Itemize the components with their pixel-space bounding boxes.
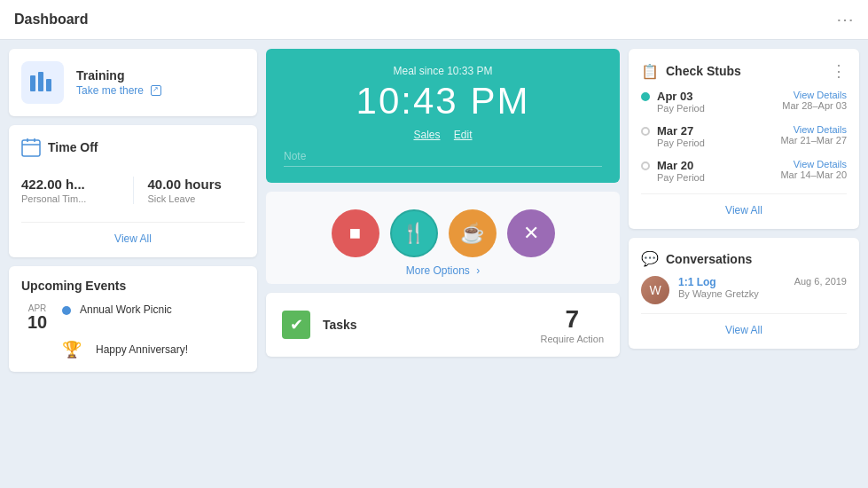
dashboard-body: Training Take me there Time Off	[0, 40, 868, 488]
stub-period-mar27: Pay Period	[657, 138, 780, 148]
tasks-card: ✔ Tasks 7 Require Action	[266, 293, 620, 357]
sales-link[interactable]: Sales	[413, 129, 440, 141]
break-button[interactable]: ☕	[449, 209, 497, 257]
event-dot	[62, 306, 71, 315]
page-header: Dashboard ⋯	[0, 0, 868, 40]
checkstubs-header: 📋 Check Stubs ⋮	[641, 61, 847, 81]
stop-button[interactable]: ■	[332, 209, 379, 257]
stub-right-apr03: View Details Mar 28–Apr 03	[782, 90, 847, 111]
stub-view-details-link-mar27[interactable]: View Details	[780, 124, 847, 135]
events-title: Upcoming Events	[21, 279, 245, 293]
stub-info-apr03: Apr 03 Pay Period	[657, 90, 782, 114]
timeoff-stats: 422.00 h... Personal Tim... 40.00 hours …	[21, 168, 245, 213]
stub-date-mar27: Mar 27	[657, 124, 780, 138]
conversations-header: 💬 Conversations	[641, 250, 847, 267]
stub-item-apr03: Apr 03 Pay Period View Details Mar 28–Ap…	[641, 90, 847, 114]
event-name-anniversary: Happy Anniversary!	[96, 343, 188, 356]
svg-rect-1	[38, 72, 43, 91]
clock-time: 10:43 PM	[284, 81, 602, 122]
event-item-picnic: APR 10 Annual Work Picnic	[21, 303, 245, 331]
stub-date-mar20: Mar 20	[657, 159, 780, 172]
upcoming-events-card: Upcoming Events APR 10 Annual Work Picni…	[9, 266, 257, 372]
event-day: 10	[21, 313, 53, 331]
event-name-picnic: Annual Work Picnic	[80, 303, 172, 316]
checkstubs-menu[interactable]: ⋮	[831, 61, 847, 81]
clock-links: Sales Edit	[284, 129, 602, 141]
stat-divider	[133, 177, 134, 204]
conversation-date: Aug 6, 2019	[785, 276, 847, 287]
timeclock-card: Meal since 10:33 PM 10:43 PM Sales Edit …	[266, 49, 620, 183]
stub-item-mar27: Mar 27 Pay Period View Details Mar 21–Ma…	[641, 124, 847, 148]
stub-right-mar20: View Details Mar 14–Mar 20	[780, 159, 847, 183]
stub-dot-active	[641, 92, 650, 101]
stub-dot-empty-mar20	[641, 161, 650, 170]
header-menu-button[interactable]: ⋯	[836, 9, 854, 30]
clock-note-input[interactable]: Note	[284, 150, 602, 167]
checkstubs-view-all[interactable]: View All	[641, 193, 847, 216]
stub-dates-mar20: Mar 14–Mar 20	[780, 169, 847, 180]
conversation-title[interactable]: 1:1 Log	[678, 276, 776, 288]
stat-personal-value: 422.00 h...	[21, 177, 119, 192]
more-options-link[interactable]: More Options ›	[273, 264, 613, 277]
external-link-icon	[151, 85, 161, 96]
stub-view-details-link[interactable]: View Details	[782, 90, 847, 100]
stub-period: Pay Period	[657, 103, 782, 114]
cancel-button[interactable]: ✕	[507, 209, 555, 257]
conversation-by: By Wayne Gretzky	[678, 288, 776, 299]
training-icon	[21, 61, 64, 104]
stat-personal-label: Personal Tim...	[21, 193, 119, 204]
stat-sick-value: 40.00 hours	[148, 177, 246, 192]
checkstubs-icon: 📋	[641, 63, 659, 80]
conversation-info: 1:1 Log By Wayne Gretzky	[678, 276, 776, 299]
event-item-anniversary: 🏆 Happy Anniversary!	[21, 340, 245, 359]
conversations-card: 💬 Conversations W 1:1 Log By Wayne Gretz…	[629, 238, 859, 349]
edit-link[interactable]: Edit	[454, 129, 473, 141]
middle-column: Meal since 10:33 PM 10:43 PM Sales Edit …	[266, 49, 620, 485]
meal-label: Meal since 10:33 PM	[284, 65, 602, 77]
training-link[interactable]: Take me there	[76, 84, 161, 97]
stub-right-mar27: View Details Mar 21–Mar 27	[780, 124, 847, 148]
stub-item-mar20: Mar 20 Pay Period View Details Mar 14–Ma…	[641, 159, 847, 183]
stub-date: Apr 03	[657, 90, 782, 103]
right-column: 📋 Check Stubs ⋮ Apr 03 Pay Period View D…	[629, 49, 859, 485]
task-check-icon: ✔	[282, 311, 310, 339]
event-date-block: APR 10	[21, 303, 53, 331]
training-title: Training	[76, 68, 161, 83]
page-title: Dashboard	[14, 12, 89, 28]
stub-dot-empty	[641, 127, 650, 136]
stat-sick-label: Sick Leave	[148, 193, 246, 204]
stat-sick-leave: 40.00 hours Sick Leave	[148, 177, 246, 204]
trophy-icon: 🏆	[62, 340, 82, 359]
svg-rect-2	[46, 79, 51, 91]
conversations-title: 💬 Conversations	[641, 250, 752, 267]
conversation-avatar: W	[641, 276, 669, 304]
tasks-count: 7	[540, 305, 604, 334]
timeoff-header: Time Off	[21, 138, 245, 157]
stub-info-mar20: Mar 20 Pay Period	[657, 159, 780, 183]
stub-dates-mar27: Mar 21–Mar 27	[780, 135, 847, 146]
timeoff-card: Time Off 422.00 h... Personal Tim... 40.…	[9, 125, 257, 257]
tasks-count-area: 7 Require Action	[540, 305, 604, 344]
tasks-label: Tasks	[323, 318, 357, 332]
svg-rect-0	[30, 75, 35, 91]
svg-rect-3	[22, 140, 40, 156]
checkstubs-card: 📋 Check Stubs ⋮ Apr 03 Pay Period View D…	[629, 49, 859, 229]
meal-button[interactable]: 🍴	[390, 209, 438, 257]
training-card: Training Take me there	[9, 49, 257, 116]
stat-personal-time: 422.00 h... Personal Tim...	[21, 177, 119, 204]
conversations-view-all[interactable]: View All	[641, 313, 847, 336]
stub-period-mar20: Pay Period	[657, 172, 780, 183]
timeoff-view-all[interactable]: View All	[21, 222, 245, 245]
stub-dates: Mar 28–Apr 03	[782, 100, 847, 111]
training-text: Training Take me there	[76, 68, 161, 97]
stub-info-mar27: Mar 27 Pay Period	[657, 124, 780, 148]
stub-view-details-link-mar20[interactable]: View Details	[780, 159, 847, 169]
left-column: Training Take me there Time Off	[9, 49, 257, 485]
checkstubs-title: 📋 Check Stubs	[641, 63, 741, 80]
timeoff-title: Time Off	[48, 140, 98, 154]
clock-buttons: ■ 🍴 ☕ ✕	[273, 209, 613, 257]
conversations-icon: 💬	[641, 250, 659, 267]
tasks-sub-label: Require Action	[540, 334, 604, 344]
conversation-item: W 1:1 Log By Wayne Gretzky Aug 6, 2019	[641, 276, 847, 304]
clock-actions-card: ■ 🍴 ☕ ✕ More Options ›	[266, 192, 620, 284]
